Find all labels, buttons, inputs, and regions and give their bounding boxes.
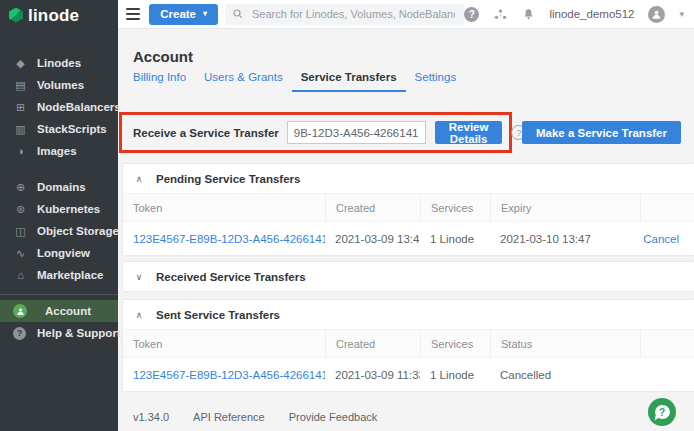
linode-logo[interactable]: linode (0, 0, 118, 30)
created-cell: 2021-03-09 11:33 (325, 358, 420, 391)
sidebar-item-longview[interactable]: ∿ Longview (0, 242, 118, 264)
sent-section-header[interactable]: ∧ Sent Service Transfers (123, 300, 694, 329)
transfer-token-input[interactable] (287, 121, 426, 144)
images-icon: ◑ (13, 146, 28, 157)
review-details-button[interactable]: Review Details (435, 121, 503, 144)
pending-transfers-card: ∧ Pending Service Transfers Token Create… (123, 164, 694, 255)
linode-logo-text: linode (28, 7, 79, 24)
volumes-icon: ▤ (13, 80, 28, 91)
column-header-token: Token (123, 330, 325, 357)
object-storage-icon: ◫ (13, 226, 28, 237)
created-cell: 2021-03-09 13:47 (325, 222, 420, 255)
notifications-bell-icon[interactable] (522, 8, 535, 21)
nodebalancers-icon: ⊞ (13, 102, 28, 113)
tab-billing-info[interactable]: Billing Info (124, 65, 195, 92)
chevron-down-icon: ▾ (203, 10, 207, 18)
sidebar-item-label: Marketplace (37, 269, 103, 281)
sent-transfers-card: ∧ Sent Service Transfers Token Created S… (123, 300, 694, 391)
sidebar-item-nodebalancers[interactable]: ⊞ NodeBalancers (0, 96, 118, 118)
sidebar-item-help-support[interactable]: ? Help & Support (0, 322, 118, 344)
expiry-cell: 2021-03-10 13:47 (490, 222, 640, 255)
create-button-label: Create (160, 8, 196, 20)
sidebar: linode ◆ Linodes ▤ Volumes ⊞ NodeBalance… (0, 0, 118, 431)
main-content: Account Billing Info Users & Grants Serv… (118, 29, 694, 431)
sidebar-item-label: Linodes (37, 57, 81, 69)
column-header-created: Created (325, 330, 420, 357)
sidebar-item-label: StackScripts (37, 123, 107, 135)
help-beacon-button[interactable]: ? (648, 398, 676, 426)
sidebar-item-object-storage[interactable]: ◫ Object Storage (0, 220, 118, 242)
section-title: Pending Service Transfers (156, 173, 300, 185)
column-header-services: Services (420, 194, 490, 221)
community-icon[interactable] (493, 7, 508, 22)
receive-transfer-highlight-box: Receive a Service Transfer Review Detail… (119, 112, 512, 153)
sidebar-item-label: NodeBalancers (37, 101, 121, 113)
search-icon (232, 8, 244, 20)
column-header-status: Status (490, 330, 640, 357)
footer: v1.34.0 API Reference Provide Feedback (133, 411, 377, 423)
marketplace-icon: ⌂ (13, 270, 28, 281)
longview-icon: ∿ (13, 248, 28, 259)
pending-table-header: Token Created Services Expiry (123, 193, 694, 221)
sidebar-item-label: Kubernetes (37, 203, 100, 215)
sidebar-item-label: Longview (37, 247, 90, 259)
column-header-services: Services (420, 330, 490, 357)
sidebar-item-label: Volumes (37, 79, 84, 91)
topbar: Create ▾ ? linode_demo512 ▾ (118, 0, 694, 29)
column-header-expiry: Expiry (490, 194, 640, 221)
sidebar-item-stackscripts[interactable]: ▥ StackScripts (0, 118, 118, 140)
api-reference-link[interactable]: API Reference (193, 411, 265, 423)
received-section-header[interactable]: ∨ Received Service Transfers (123, 262, 694, 291)
column-header-token: Token (123, 194, 325, 221)
account-tabs: Billing Info Users & Grants Service Tran… (124, 65, 465, 92)
global-search[interactable] (225, 4, 464, 25)
collapse-chevron-up-icon[interactable]: ∧ (134, 174, 144, 184)
tab-settings[interactable]: Settings (406, 65, 466, 92)
tab-service-transfers[interactable]: Service Transfers (292, 65, 406, 92)
collapse-chevron-up-icon[interactable]: ∧ (134, 310, 144, 320)
search-input[interactable] (250, 7, 457, 21)
account-person-icon (13, 304, 27, 318)
username[interactable]: linode_demo512 (549, 8, 634, 20)
sidebar-item-label: Object Storage (37, 225, 119, 237)
collapse-chevron-down-icon[interactable]: ∨ (134, 272, 144, 282)
kubernetes-icon: ⊛ (13, 204, 28, 215)
pending-section-header[interactable]: ∧ Pending Service Transfers (123, 164, 694, 193)
provide-feedback-link[interactable]: Provide Feedback (289, 411, 378, 423)
linode-logo-icon (9, 8, 23, 23)
make-service-transfer-button[interactable]: Make a Service Transfer (522, 121, 681, 144)
services-cell: 1 Linode (420, 358, 490, 391)
hamburger-menu-icon[interactable] (126, 8, 140, 20)
sidebar-item-linodes[interactable]: ◆ Linodes (0, 52, 118, 74)
sidebar-item-marketplace[interactable]: ⌂ Marketplace (0, 264, 118, 286)
column-header-actions (640, 194, 694, 221)
receive-transfer-label: Receive a Service Transfer (133, 127, 279, 139)
sidebar-item-domains[interactable]: ⊕ Domains (0, 176, 118, 198)
table-row: 123E4567-E89B-12D3-A456-426614174001 202… (123, 357, 694, 391)
section-title: Received Service Transfers (156, 271, 306, 283)
token-link[interactable]: 123E4567-E89B-12D3-A456-426614174001 (123, 358, 325, 391)
sidebar-item-account[interactable]: Account (0, 300, 118, 322)
create-button[interactable]: Create ▾ (149, 4, 218, 25)
empty-cell (640, 358, 694, 391)
sidebar-item-images[interactable]: ◑ Images (0, 140, 118, 162)
sent-table-header: Token Created Services Status (123, 329, 694, 357)
column-header-created: Created (325, 194, 420, 221)
token-link[interactable]: 123E4567-E89B-12D3-A456-426614174000 (123, 222, 325, 255)
stackscripts-icon: ▥ (13, 124, 28, 135)
sidebar-item-label: Domains (37, 181, 86, 193)
cancel-link[interactable]: Cancel (640, 222, 694, 255)
column-header-empty (640, 330, 694, 357)
user-menu-chevron-icon[interactable]: ▾ (679, 9, 684, 19)
domains-icon: ⊕ (13, 182, 28, 193)
status-cell: Cancelled (490, 358, 640, 391)
sidebar-item-label: Account (45, 305, 91, 317)
help-icon[interactable]: ? (464, 7, 479, 22)
linode-icon: ◆ (13, 58, 28, 69)
sidebar-item-kubernetes[interactable]: ⊛ Kubernetes (0, 198, 118, 220)
section-title: Sent Service Transfers (156, 309, 280, 321)
tab-users-grants[interactable]: Users & Grants (195, 65, 292, 92)
user-avatar[interactable] (648, 6, 665, 23)
sidebar-item-volumes[interactable]: ▤ Volumes (0, 74, 118, 96)
question-bubble-icon: ? (655, 405, 670, 419)
